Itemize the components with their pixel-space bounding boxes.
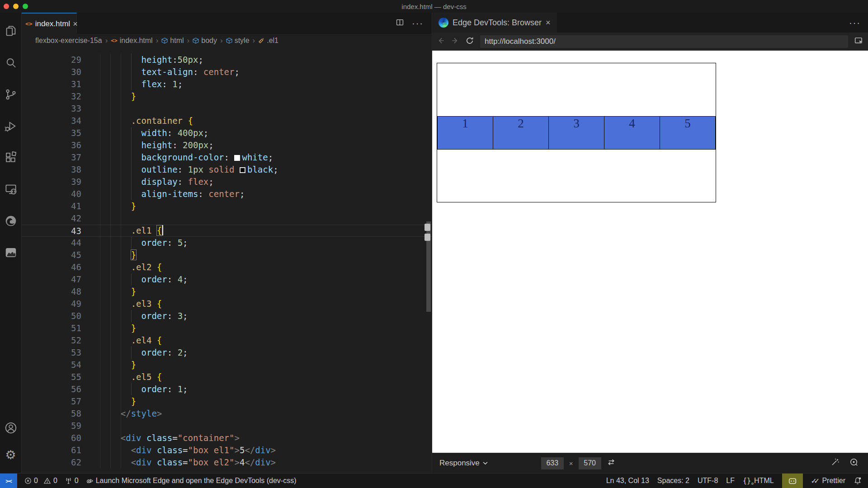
code-line[interactable]: 58 </style> xyxy=(22,408,432,420)
language-mode[interactable]: {}⊘ HTML xyxy=(743,474,774,488)
split-editor-icon[interactable] xyxy=(396,19,404,28)
activity-bar-item-extensions[interactable] xyxy=(0,142,21,174)
code-line[interactable]: 34 .container { xyxy=(22,115,432,127)
notifications-bell[interactable] xyxy=(854,474,862,488)
activity-bar-item-explorer[interactable] xyxy=(0,15,21,47)
code-line[interactable]: 29 height:50px; xyxy=(22,54,432,66)
code-line[interactable]: 53 order: 2; xyxy=(22,347,432,359)
devtools-close-icon[interactable]: × xyxy=(546,18,551,28)
code-line[interactable]: 62 <div class="box el2">4</div> xyxy=(22,456,432,469)
url-input[interactable]: http://localhost:3000/ xyxy=(480,35,848,48)
code-line-text: } xyxy=(100,395,136,408)
tab-close-icon[interactable]: × xyxy=(73,20,78,28)
activity-bar-item-microsoft-edge[interactable] xyxy=(0,205,21,237)
code-line[interactable]: 37 background-color: white; xyxy=(22,151,432,164)
cursor-position[interactable]: Ln 43, Col 13 xyxy=(606,474,649,488)
code-line[interactable]: 61 <div class="box el1">5</div> xyxy=(22,444,432,456)
code-editor[interactable]: 29 height:50px;30 text-align: center;31 … xyxy=(22,47,432,473)
activity-bar-item-remote-explorer[interactable] xyxy=(0,174,21,205)
tab-index-html[interactable]: <> index.html × xyxy=(22,13,77,34)
device-mode-dropdown[interactable]: Responsive xyxy=(439,459,488,468)
line-number: 47 xyxy=(22,273,81,286)
code-line-text: <div class="box el1">5</div> xyxy=(100,444,276,456)
code-line[interactable]: 31 flex: 1; xyxy=(22,78,432,90)
code-line[interactable]: 55 .el5 { xyxy=(22,371,432,383)
devtools-badge-icon xyxy=(788,477,797,485)
prettier-label: Prettier xyxy=(822,477,845,485)
prettier-status[interactable]: ✓✓ Prettier xyxy=(811,474,845,488)
activity-bar-item-settings[interactable]: ⚙ xyxy=(0,441,21,469)
chevron-down-icon xyxy=(483,461,488,465)
reload-icon[interactable] xyxy=(466,37,474,47)
breadcrumb-item[interactable]: <>index.html xyxy=(111,37,152,45)
code-line[interactable]: 30 text-align: center; xyxy=(22,66,432,78)
code-line[interactable]: 43 .el1 { xyxy=(22,225,432,237)
encoding[interactable]: UTF-8 xyxy=(698,474,718,488)
activity-bar-item-source-control[interactable] xyxy=(0,79,21,110)
code-line[interactable]: 33 xyxy=(22,103,432,115)
code-line[interactable]: 56 order: 1; xyxy=(22,383,432,395)
code-line[interactable]: 49 .el3 { xyxy=(22,298,432,310)
code-line[interactable]: 50 order: 3; xyxy=(22,310,432,322)
code-line[interactable]: 38 outline: 1px solid black; xyxy=(22,164,432,176)
breadcrumb-item[interactable]: .el1 xyxy=(258,37,278,45)
window-title: index.html — dev-css xyxy=(0,3,868,10)
code-line[interactable]: 60 <div class="container"> xyxy=(22,432,432,444)
code-line[interactable]: 48 } xyxy=(22,286,432,298)
device-height-input[interactable]: 570 xyxy=(579,457,601,469)
code-line-text: } xyxy=(100,90,136,103)
line-number: 34 xyxy=(22,115,81,127)
error-count: 0 xyxy=(34,477,38,485)
code-line[interactable]: 44 order: 5; xyxy=(22,237,432,249)
code-line-text: order: 1; xyxy=(100,383,188,395)
code-line[interactable]: 41 } xyxy=(22,200,432,212)
code-line[interactable]: 35 width: 400px; xyxy=(22,127,432,139)
code-line[interactable]: 51 } xyxy=(22,322,432,334)
ports-count: 0 xyxy=(75,477,79,485)
warning-count: 0 xyxy=(53,477,57,485)
code-line[interactable]: 57 } xyxy=(22,395,432,408)
breadcrumb-item[interactable]: style xyxy=(226,37,250,45)
activity-bar-item-run-and-debug[interactable] xyxy=(0,110,21,142)
code-line[interactable]: 39 display: flex; xyxy=(22,176,432,188)
code-line[interactable]: 40 align-items: center; xyxy=(22,188,432,200)
activity-bar-item-search[interactable] xyxy=(0,47,21,79)
breadcrumb-separator: › xyxy=(156,36,159,45)
code-line[interactable]: 46 .el2 { xyxy=(22,261,432,273)
code-line[interactable]: 52 .el4 { xyxy=(22,334,432,347)
code-line[interactable]: 54 } xyxy=(22,359,432,371)
open-in-window-icon[interactable] xyxy=(854,37,863,47)
ports-indicator[interactable]: 0 xyxy=(65,474,79,488)
rotate-dimensions-icon[interactable] xyxy=(607,458,616,469)
devtools-browser-tab[interactable]: Edge DevTools: Browser × xyxy=(432,13,557,33)
activity-bar-item-account[interactable] xyxy=(0,414,21,441)
sash-grip[interactable] xyxy=(425,224,430,231)
edge-devtools-status-badge[interactable] xyxy=(782,474,803,488)
remote-indicator[interactable]: >< xyxy=(0,474,17,488)
indentation[interactable]: Spaces: 2 xyxy=(657,474,689,488)
activity-bar-top xyxy=(0,13,21,268)
activity-bar-item-camel[interactable] xyxy=(0,237,21,268)
sash-grip[interactable] xyxy=(425,234,430,241)
code-line[interactable]: 59 xyxy=(22,420,432,432)
devtools-more-actions-icon[interactable]: ··· xyxy=(849,18,861,28)
code-line[interactable]: 36 height: 200px; xyxy=(22,139,432,151)
breadcrumb-item[interactable]: flexbox-exercise-15a xyxy=(35,37,102,45)
back-icon[interactable] xyxy=(437,37,445,47)
editor-more-actions-icon[interactable]: ··· xyxy=(412,18,424,28)
eol-sequence[interactable]: LF xyxy=(726,474,735,488)
device-width-input[interactable]: 633 xyxy=(541,457,564,469)
code-line[interactable]: 45 } xyxy=(22,249,432,261)
breadcrumb-item[interactable]: body xyxy=(193,37,217,45)
breadcrumb-item[interactable]: html xyxy=(161,37,184,45)
forward-icon[interactable] xyxy=(451,37,459,47)
breadcrumb-label: .el1 xyxy=(267,37,278,45)
launch-edge-item[interactable]: Launch Microsoft Edge and open the Edge … xyxy=(86,474,297,488)
code-line[interactable]: 32 } xyxy=(22,90,432,103)
browser-viewport[interactable]: 12345 xyxy=(432,51,868,453)
inspect-icon[interactable] xyxy=(849,458,858,469)
code-line[interactable]: 47 order: 4; xyxy=(22,273,432,286)
problems-indicator[interactable]: 0 0 xyxy=(24,474,57,488)
wand-icon[interactable] xyxy=(831,458,840,469)
code-line[interactable]: 42 xyxy=(22,212,432,225)
